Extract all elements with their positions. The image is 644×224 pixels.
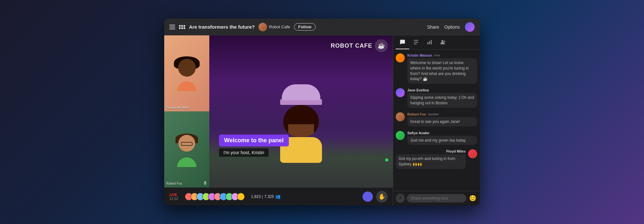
avatar-body bbox=[177, 81, 196, 91]
char-hat bbox=[282, 84, 320, 100]
bottom-bar: LIVE 12:52 1,923 | bbox=[164, 187, 393, 205]
viewer-count-text: 1,923 bbox=[251, 194, 261, 199]
caption-box: Welcome to the panel I'm your host, Kris… bbox=[219, 135, 383, 157]
jane-text: Sipping some oolong today :) Oh and hang… bbox=[407, 93, 477, 108]
divider: | bbox=[262, 194, 263, 199]
kristin-avatar bbox=[396, 53, 405, 62]
robert-text: Great to see you again Jane! bbox=[407, 117, 477, 126]
video-grid: Savannah Miller bbox=[164, 35, 393, 187]
speaker-thumb-robert[interactable]: Robert Fox bbox=[164, 111, 209, 187]
robert-chat-name: Robert Fox bbox=[407, 112, 426, 116]
share-button[interactable]: Share bbox=[427, 24, 439, 30]
avatar-glasses bbox=[181, 142, 193, 146]
jane-avatar bbox=[396, 88, 405, 97]
follow-button[interactable]: Follow bbox=[294, 23, 316, 31]
safiye-text: Just me and my green tea today. bbox=[407, 136, 477, 145]
speaker-thumb-savannah[interactable]: Savannah Miller bbox=[164, 35, 209, 111]
top-bar-right: Share Options bbox=[427, 22, 475, 32]
raise-hand-button[interactable]: ✋ bbox=[376, 191, 388, 202]
user-avatar[interactable] bbox=[465, 22, 475, 32]
char-head bbox=[283, 105, 319, 137]
brand-text: ROBOT CAFE bbox=[331, 42, 372, 49]
savannah-label: Savannah Miller bbox=[166, 106, 189, 109]
caption-title: Welcome to the panel bbox=[219, 135, 289, 146]
chat-tabs bbox=[393, 35, 480, 50]
floyd-name: Floyd Miles bbox=[446, 149, 466, 153]
floyd-text: Got my pu-erh and tuning in from Sydney … bbox=[396, 154, 466, 169]
options-button[interactable]: Options bbox=[444, 24, 460, 30]
chat-message-3: Robert Fox Speaker Great to see you agai… bbox=[396, 112, 477, 126]
chat-input[interactable] bbox=[407, 194, 466, 202]
live-label: LIVE bbox=[169, 193, 177, 197]
char-hair bbox=[283, 105, 319, 124]
robot-cafe-brand: ROBOT CAFE ☕ bbox=[331, 39, 388, 52]
chat-input-icon[interactable]: ? bbox=[396, 194, 405, 203]
robert-label: Robert Fox bbox=[166, 182, 182, 185]
kristin-message-content: Kristin Watson Host Welcome to show! Let… bbox=[407, 53, 477, 84]
kristin-badge: Host bbox=[434, 54, 440, 57]
safiye-header: Safiye Asabe bbox=[407, 131, 477, 135]
robert-head bbox=[178, 135, 195, 152]
top-bar-left: Are transformers the future? Robot Cafe … bbox=[169, 23, 427, 31]
robert-avatar bbox=[174, 135, 200, 164]
active-indicator bbox=[385, 158, 388, 162]
svg-rect-6 bbox=[427, 42, 428, 44]
reactions-tab[interactable] bbox=[409, 35, 423, 49]
host-info: Robot Cafe bbox=[259, 23, 290, 31]
action-user-avatar[interactable] bbox=[363, 191, 373, 202]
savannah-avatar-area bbox=[164, 35, 209, 111]
stream-title: Are transformers the future? bbox=[189, 24, 255, 30]
hand-icon: ✋ bbox=[378, 193, 385, 200]
floyd-avatar bbox=[468, 149, 477, 158]
kristin-name: Kristin Watson bbox=[407, 53, 432, 57]
hamburger-menu-icon[interactable] bbox=[169, 25, 175, 29]
floyd-message-content: Floyd Miles Got my pu-erh and tuning in … bbox=[396, 149, 466, 169]
kristin-text: Welcome to show! Let us know where in th… bbox=[407, 58, 477, 84]
svg-rect-3 bbox=[414, 40, 418, 41]
speaker-thumbnails: Savannah Miller bbox=[164, 35, 209, 187]
svg-rect-8 bbox=[431, 40, 432, 44]
main-character bbox=[269, 84, 333, 174]
main-content: Savannah Miller bbox=[164, 35, 480, 205]
viewer-count: 1,923 | 7,325 👥 bbox=[251, 194, 280, 199]
chat-tab[interactable] bbox=[396, 35, 409, 49]
jane-message-content: Jane Evelina Sipping some oolong today :… bbox=[407, 88, 477, 108]
grid-icon[interactable] bbox=[179, 25, 185, 29]
svg-rect-0 bbox=[204, 181, 206, 183]
robert-header: Robert Fox Speaker bbox=[407, 112, 477, 116]
bottom-actions: ✋ bbox=[363, 191, 388, 202]
stats-tab[interactable] bbox=[423, 35, 436, 49]
speakers-tab[interactable] bbox=[436, 35, 450, 49]
floyd-header: Floyd Miles bbox=[396, 149, 466, 153]
svg-rect-5 bbox=[414, 43, 417, 44]
robert-body bbox=[177, 157, 196, 167]
chat-message-4: Safiye Asabe Just me and my green tea to… bbox=[396, 131, 477, 145]
chat-panel: Kristin Watson Host Welcome to show! Let… bbox=[393, 35, 480, 205]
chat-messages: Kristin Watson Host Welcome to show! Let… bbox=[393, 50, 480, 191]
savannah-avatar bbox=[174, 59, 200, 88]
chat-input-area: ? 😊 bbox=[393, 191, 480, 205]
video-area: Savannah Miller bbox=[164, 35, 393, 205]
char-hair-side-left bbox=[283, 118, 288, 137]
host-avatar bbox=[259, 23, 267, 31]
robert-chat-avatar bbox=[396, 112, 405, 121]
caption-subtitle: I'm your host, Kristin bbox=[219, 148, 269, 157]
top-bar: Are transformers the future? Robot Cafe … bbox=[164, 19, 480, 35]
robert-badge: Speaker bbox=[428, 113, 439, 116]
robert-message-content: Robert Fox Speaker Great to see you agai… bbox=[407, 112, 477, 126]
viewer-avatar-10 bbox=[237, 193, 245, 201]
question-mark-icon: ? bbox=[399, 196, 402, 201]
emoji-button[interactable]: 😊 bbox=[468, 194, 477, 203]
jane-header: Jane Evelina bbox=[407, 88, 477, 92]
live-badge: LIVE 12:52 bbox=[169, 193, 178, 201]
viewer-avatars bbox=[185, 193, 245, 201]
jane-name: Jane Evelina bbox=[407, 88, 429, 92]
svg-point-10 bbox=[444, 41, 445, 42]
svg-rect-7 bbox=[429, 41, 430, 44]
host-name[interactable]: Robot Cafe bbox=[269, 24, 290, 29]
cup-icon: ☕ bbox=[378, 42, 385, 49]
brand-icon-circle: ☕ bbox=[375, 39, 388, 52]
robert-avatar-area bbox=[164, 111, 209, 187]
chat-message-5: Floyd Miles Got my pu-erh and tuning in … bbox=[396, 149, 477, 169]
main-window: Are transformers the future? Robot Cafe … bbox=[164, 19, 480, 205]
